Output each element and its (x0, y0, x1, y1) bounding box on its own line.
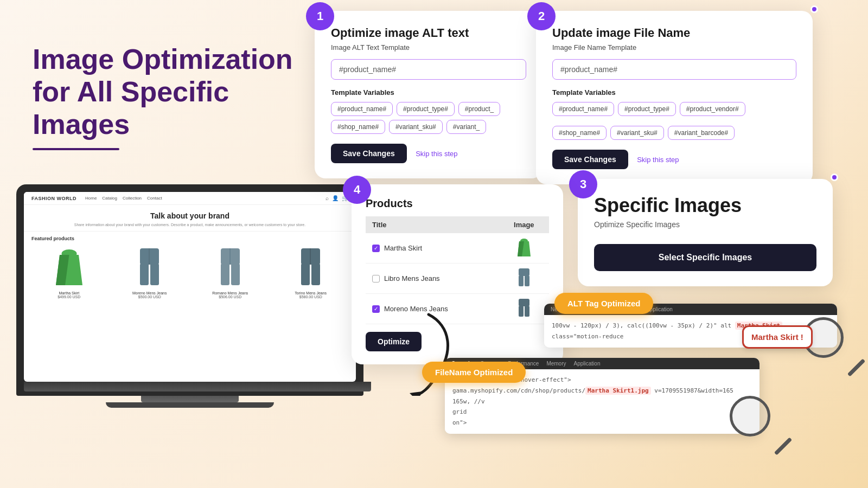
svg-rect-12 (301, 264, 310, 285)
product-title: Libro Mens Jeans (384, 274, 440, 282)
magnifier-handle (847, 358, 865, 376)
step-badge-2: 2 (527, 2, 556, 30)
card-step3: 3 Specific Images Optimize Specific Imag… (578, 179, 833, 286)
select-specific-images-button[interactable]: Select Specific Images (594, 244, 816, 271)
step2-connector (810, 5, 818, 13)
var-tag: #shop_name# (552, 126, 607, 140)
table-header-title: Title (366, 216, 499, 233)
laptop-base (24, 382, 371, 391)
product-price: $500.00 USD (112, 295, 188, 299)
jeans-icon (518, 268, 531, 287)
checkbox-unchecked[interactable] (372, 275, 380, 282)
left-section: Image Optimization for All Specific Imag… (33, 43, 315, 172)
var-tag: #product_ (458, 102, 500, 116)
laptop-screen: FASHION WORLD Home Catalog Collection Co… (16, 184, 363, 396)
search-icon: ⌕ (326, 195, 329, 201)
table-cell-title: Libro Mens Jeans (366, 264, 499, 294)
laptop-navbar: FASHION WORLD Home Catalog Collection Co… (24, 192, 356, 205)
var-tag: #variant_sku# (389, 120, 443, 134)
step1-save-button[interactable]: Save Changes (331, 144, 407, 163)
laptop-screen-inner: FASHION WORLD Home Catalog Collection Co… (24, 192, 356, 382)
table-row: Libro Mens Jeans (366, 264, 549, 294)
step2-vars-grid: #product_name# #product_type# #product_v… (552, 102, 796, 116)
step4-title: Products (366, 197, 549, 210)
step2-input-label: Image File Name Template (552, 43, 796, 52)
var-tag: #shop_name# (331, 120, 385, 134)
step1-title: Optimize image ALT text (331, 26, 526, 40)
step2-skip-button[interactable]: Skip this step (637, 156, 679, 164)
step1-vars-grid: #product_name# #product_type# #product_ … (331, 102, 526, 134)
laptop-hero-title: Talk about your brand (35, 211, 345, 220)
alt-tag-optimized-badge: ALT Tag Optimized (554, 293, 653, 314)
svg-rect-18 (519, 268, 529, 276)
var-tag: #variant_ (446, 120, 486, 134)
main-title: Image Optimization for All Specific Imag… (33, 43, 315, 140)
jeans2-icon (518, 299, 531, 317)
table-header-image: Image (499, 216, 549, 233)
svg-rect-8 (221, 264, 229, 285)
svg-rect-21 (519, 299, 529, 306)
checkbox-checked[interactable]: ✓ (372, 305, 380, 313)
step2-title: Update image File Name (552, 26, 796, 40)
filename-optimized-badge: FileName Optimized (422, 362, 526, 383)
step2-vars-label: Template Variables (552, 88, 796, 97)
table-cell-image (499, 294, 549, 324)
step-badge-1: 1 (306, 2, 334, 30)
svg-rect-20 (525, 275, 529, 286)
table-cell-image (499, 233, 549, 264)
var-tag: #product_name# (331, 102, 393, 116)
list-item: Romano Mens Jeans $506.00 USD (193, 246, 268, 299)
product-image (292, 246, 330, 289)
laptop-featured-title: Featured products (24, 232, 356, 243)
user-icon: 👤 (332, 195, 339, 201)
magnifier-alt (803, 317, 863, 380)
table-row: ✓ Martha Skirt (366, 233, 549, 264)
list-item: Martha Skirt $499.00 USD (31, 246, 107, 299)
step1-alt-input[interactable] (331, 59, 526, 80)
step3-subtitle: Optimize Specific Images (594, 220, 816, 229)
svg-rect-19 (519, 275, 524, 286)
svg-rect-9 (231, 264, 240, 285)
laptop-nav-links: Home Catalog Collection Contact (85, 196, 162, 201)
step1-vars-label: Template Variables (331, 88, 526, 97)
card-step2: 2 Update image File Name Image File Name… (536, 11, 813, 184)
products-table: Title Image ✓ Martha Skirt (366, 216, 549, 324)
product-name: Moreno Mens Jeans (112, 291, 188, 295)
step-badge-3: 3 (569, 170, 597, 198)
var-tag: #variant_barcode# (668, 126, 735, 140)
product-price: $499.00 USD (31, 295, 107, 299)
var-tag: #product_type# (618, 102, 676, 116)
martha-skirt-badge: Martha Skirt ! (742, 325, 813, 349)
step1-input-label: Image ALT Text Template (331, 43, 526, 52)
checkbox-checked[interactable]: ✓ (372, 245, 380, 252)
laptop-brand: FASHION WORLD (31, 196, 76, 201)
laptop-mockup: FASHION WORLD Home Catalog Collection Co… (16, 184, 363, 408)
step3-connector (831, 174, 838, 181)
product-image (50, 246, 88, 289)
laptop-products: Martha Skirt $499.00 USD Moreno Mens Jea… (24, 243, 356, 303)
product-name: Martha Skirt (31, 291, 107, 295)
list-item: Moreno Mens Jeans $500.00 USD (112, 246, 188, 299)
title-underline (33, 148, 119, 150)
step2-filename-input[interactable] (552, 59, 796, 80)
svg-rect-5 (150, 264, 159, 285)
product-image (211, 246, 249, 289)
svg-rect-13 (311, 264, 320, 285)
step-badge-4: 4 (343, 176, 371, 204)
svg-marker-24 (410, 391, 422, 396)
svg-rect-22 (519, 306, 524, 317)
svg-rect-23 (525, 306, 529, 317)
product-name: Torino Mens Jeans (273, 291, 349, 295)
step1-skip-button[interactable]: Skip this step (416, 150, 457, 158)
magnifier-handle-2 (774, 437, 792, 455)
panel-tab-memory2: Memory (546, 361, 566, 367)
martha-skirt1-highlight: Martha Skirt1.jpg (585, 387, 651, 395)
step2-save-button[interactable]: Save Changes (552, 150, 628, 169)
arrow-decoration (385, 309, 467, 398)
var-tag: #product_type# (397, 102, 455, 116)
laptop-stand (141, 396, 239, 402)
svg-rect-4 (140, 264, 149, 285)
card-step1: 1 Optimize image ALT text Image ALT Text… (315, 11, 542, 178)
laptop-hero: Talk about your brand Share information … (24, 205, 356, 232)
var-tag: #product_name# (552, 102, 614, 116)
